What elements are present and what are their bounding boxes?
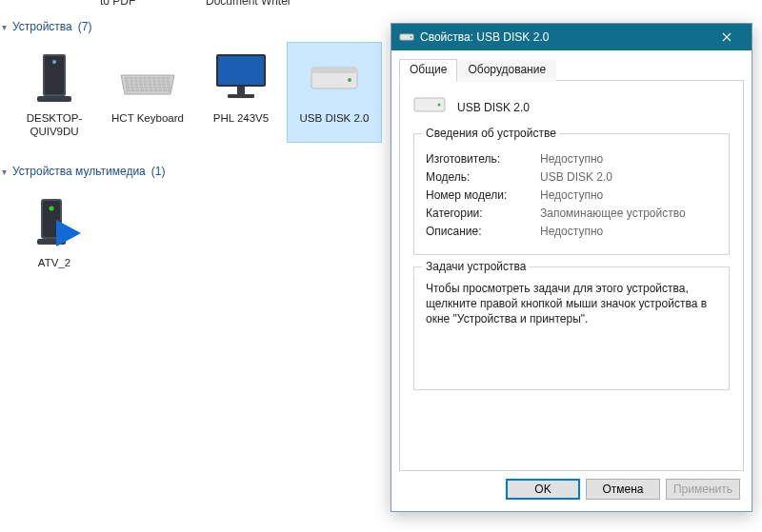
svg-rect-10 [148,77,151,79]
svg-rect-8 [138,77,142,79]
device-item[interactable]: HCT Keyboard [101,43,194,142]
svg-rect-24 [167,80,170,82]
svg-rect-49 [145,89,149,91]
svg-rect-11 [152,77,156,79]
truncated-label: Document Writer [206,0,291,8]
value: Недоступно [540,188,717,202]
monitor-icon [211,49,271,108]
value: Запоминающее устройство [540,207,717,220]
device-label: USB DISK 2.0 [300,111,370,125]
device-tasks-legend: Задачи устройства [422,260,530,273]
svg-rect-7 [134,77,138,79]
svg-rect-35 [126,87,130,89]
row-categories: Категории: Запоминающее устройство [426,207,717,220]
label: Модель: [426,170,540,184]
svg-rect-13 [161,77,165,79]
svg-point-64 [50,207,54,211]
svg-rect-53 [163,89,167,91]
svg-rect-20 [148,80,151,82]
device-label: ATV_2 [38,256,70,269]
chevron-down-icon: ▾ [2,167,7,177]
device-info-legend: Сведения об устройстве [422,127,560,140]
svg-point-70 [438,104,441,107]
svg-rect-48 [140,89,144,91]
svg-rect-30 [149,83,152,85]
keyboard-icon [117,49,178,108]
mediaserver-icon [24,193,85,252]
row-model: Модель: USB DISK 2.0 [426,170,717,184]
svg-rect-23 [162,80,166,82]
group-header-devices[interactable]: ▾ Устройства (7) [0,20,389,33]
svg-rect-46 [130,89,134,91]
svg-rect-21 [152,80,156,82]
svg-rect-37 [135,87,139,89]
truncated-label: to PDF [100,0,135,8]
close-button[interactable] [706,24,748,50]
svg-rect-5 [125,77,129,79]
titlebar[interactable]: Свойства: USB DISK 2.0 [391,24,752,50]
svg-rect-22 [157,80,161,82]
dialog-buttons: OK Отмена Применить [391,475,752,511]
svg-rect-43 [163,87,167,89]
svg-point-3 [52,60,56,64]
svg-rect-60 [311,68,357,73]
svg-rect-50 [150,89,153,91]
group-label: Устройства [12,20,72,33]
drive-icon [304,49,365,108]
group-media: ▾ Устройства мультимедиа (1) ATV_2 [0,165,165,273]
tab-general[interactable]: Общие [399,59,457,82]
svg-marker-66 [56,220,81,246]
svg-rect-9 [143,77,147,79]
group-header-media[interactable]: ▾ Устройства мультимедиа (1) [0,165,165,178]
media-row: ATV_2 [0,178,165,273]
svg-rect-54 [168,89,171,91]
svg-rect-31 [153,83,157,85]
apply-button[interactable]: Применить [666,479,740,500]
device-info-group: Сведения об устройстве Изготовитель: Нед… [413,133,730,255]
svg-rect-45 [127,89,130,91]
svg-point-61 [348,78,351,82]
value: USB DISK 2.0 [540,170,717,184]
properties-dialog: Свойства: USB DISK 2.0 Общие Оборудовани… [391,23,752,512]
svg-rect-27 [134,83,138,85]
svg-rect-41 [153,87,157,89]
group-count: (7) [78,20,92,33]
svg-rect-32 [157,83,161,85]
svg-rect-25 [126,83,130,85]
close-icon [722,32,732,42]
ok-button[interactable]: OK [506,479,580,500]
value: Недоступно [540,225,717,238]
device-item[interactable]: DESKTOP-QUIV9DU [8,43,101,142]
pc-icon [24,49,85,108]
tab-hardware[interactable]: Оборудование [457,59,556,82]
device-label: PHL 243V5 [213,111,269,125]
svg-rect-36 [130,87,134,89]
svg-rect-34 [167,83,170,85]
svg-rect-28 [139,83,143,85]
svg-rect-19 [144,80,148,82]
row-manufacturer: Изготовитель: Недоступно [426,152,717,166]
label: Номер модели: [426,188,540,202]
cancel-button[interactable]: Отмена [586,479,660,500]
tabstrip: Общие Оборудование [399,58,744,81]
tab-panel-general: USB DISK 2.0 Сведения об устройстве Изго… [399,81,744,471]
row-description: Описание: Недоступно [426,225,717,238]
device-name-label: USB DISK 2.0 [457,101,530,114]
device-item[interactable]: USB DISK 2.0 [288,43,381,142]
svg-rect-56 [218,56,264,85]
svg-rect-29 [144,83,148,85]
label: Категории: [426,207,540,220]
svg-rect-47 [135,89,139,91]
svg-rect-51 [153,89,157,91]
svg-rect-33 [162,83,166,85]
dialog-body: Общие Оборудование USB DISK 2.0 Сведения… [391,50,752,475]
svg-rect-40 [149,87,152,89]
device-item[interactable]: PHL 243V5 [194,43,288,142]
label: Описание: [426,225,540,238]
device-item[interactable]: ATV_2 [8,187,101,273]
value: Недоступно [540,152,717,166]
svg-rect-52 [158,89,162,91]
svg-rect-39 [144,87,148,89]
device-label: DESKTOP-QUIV9DU [10,111,99,138]
row-model-number: Номер модели: Недоступно [426,188,717,202]
